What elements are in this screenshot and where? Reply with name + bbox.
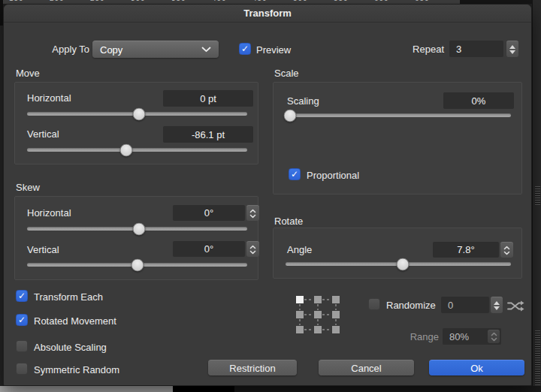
ruler-number: 450 (252, 0, 267, 2)
symmetric-random-label: Symmetric Random (34, 364, 119, 375)
scale-section-title: Scale (274, 68, 299, 79)
shuffle-icon[interactable] (507, 300, 524, 312)
move-section-title: Move (16, 68, 40, 79)
symmetric-random-checkbox[interactable]: ✓ (16, 363, 28, 375)
repeat-stepper[interactable] (506, 41, 518, 57)
move-vertical-slider[interactable] (27, 148, 247, 152)
scaling-value-field[interactable]: 0% (443, 92, 514, 109)
move-horizontal-label: Horizontal (27, 92, 71, 104)
ok-button[interactable]: Ok (429, 360, 524, 375)
apply-to-value: Copy (100, 44, 122, 56)
dialog-titlebar: Transform (4, 5, 531, 23)
transform-each-label: Transform Each (34, 291, 103, 303)
slider-thumb[interactable] (131, 258, 144, 271)
slider-thumb[interactable] (133, 222, 146, 235)
stepper-down-icon (494, 306, 500, 310)
skew-horizontal-value-field[interactable]: 0° (173, 205, 245, 221)
ruler-number: 150 (9, 0, 24, 2)
rotate-panel: Angle 7.8° (273, 228, 522, 279)
move-vertical-label: Vertical (27, 128, 59, 140)
ruler-number: 350 (171, 0, 186, 2)
skew-vertical-label: Vertical (27, 244, 59, 255)
skew-horizontal-label: Horizontal (27, 207, 71, 219)
randomize-checkbox[interactable]: ✓ (368, 298, 380, 310)
ruler-number: 400 (212, 0, 227, 2)
stepper-chevrons-icon (503, 245, 511, 256)
screen: 150 200 250 300 350 400 450 500 550 600 … (0, 0, 541, 392)
randomize-stepper[interactable] (491, 297, 503, 313)
angle-slider[interactable] (286, 262, 511, 266)
cancel-button[interactable]: Cancel (319, 360, 414, 375)
ruler-number: 500 (293, 0, 308, 2)
proportional-label: Proportional (307, 170, 359, 181)
preview-label: Preview (256, 44, 291, 56)
absolute-scaling-checkbox[interactable]: ✓ (16, 340, 28, 352)
ruler-number: 200 (50, 0, 65, 2)
panel-grip (535, 330, 540, 392)
skew-horizontal-slider[interactable] (27, 227, 247, 231)
ruler-number: 650 (415, 0, 430, 2)
skew-horizontal-stepper[interactable] (246, 205, 259, 221)
move-horizontal-slider[interactable] (27, 112, 247, 116)
check-icon: ✓ (18, 315, 26, 324)
ruler-number: 300 (131, 0, 146, 2)
scale-panel: Scaling 0% ✓ Proportional (273, 82, 522, 194)
angle-value-field[interactable]: 7.8° (433, 242, 499, 258)
slider-thumb[interactable] (284, 109, 297, 122)
apply-to-label: Apply To (32, 44, 89, 55)
repeat-input[interactable]: 3 (449, 41, 503, 57)
repeat-label: Repeat (405, 44, 444, 55)
slider-thumb[interactable] (397, 258, 410, 270)
check-icon: ✓ (291, 170, 298, 179)
apply-to-select[interactable]: Copy (92, 41, 219, 58)
stepper-chevrons-icon (249, 244, 257, 255)
skew-vertical-stepper[interactable] (246, 241, 259, 257)
range-stepper[interactable] (488, 330, 500, 343)
angle-stepper[interactable] (500, 242, 513, 258)
chevron-down-icon (201, 47, 211, 53)
preview-checkbox[interactable]: ✓ (239, 43, 251, 55)
skew-vertical-slider[interactable] (27, 263, 247, 267)
stepper-chevrons-icon (490, 331, 498, 342)
check-icon: ✓ (241, 44, 249, 53)
stepper-chevrons-icon (249, 208, 257, 219)
dialog-title: Transform (243, 8, 292, 19)
skew-panel: Horizontal 0° Vertical 0° (14, 196, 258, 280)
move-vertical-value-field[interactable]: -86.1 pt (163, 126, 253, 143)
restriction-button[interactable]: Restriction (208, 360, 297, 375)
angle-label: Angle (287, 244, 312, 255)
scaling-slider[interactable] (286, 113, 511, 117)
move-horizontal-value-field[interactable]: 0 pt (163, 90, 253, 107)
ruler-number: 250 (90, 0, 105, 2)
skew-section-title: Skew (16, 182, 40, 193)
rotated-movement-label: Rotated Movement (34, 315, 116, 327)
absolute-scaling-label: Absolute Scaling (34, 342, 107, 353)
ruler-number: 600 (374, 0, 389, 2)
proportional-checkbox[interactable]: ✓ (289, 168, 301, 180)
move-panel: Horizontal 0 pt Vertical -86.1 pt (14, 82, 258, 164)
background-statusbar-light (0, 386, 173, 392)
panel-grip (535, 186, 540, 206)
stepper-up-icon (494, 301, 500, 305)
randomize-input[interactable]: 0 (441, 297, 489, 313)
slider-thumb[interactable] (133, 107, 146, 120)
check-icon: ✓ (18, 291, 26, 300)
background-statusbar-dark (173, 386, 234, 392)
transform-each-checkbox[interactable]: ✓ (16, 290, 28, 302)
stepper-up-icon (509, 45, 515, 49)
background-right-edge (532, 0, 541, 392)
stepper-down-icon (509, 50, 515, 54)
ruler-number: 550 (334, 0, 349, 2)
randomize-label: Randomize (386, 300, 436, 311)
range-label: Range (383, 331, 439, 342)
scaling-label: Scaling (287, 95, 319, 107)
rotate-section-title: Rotate (274, 216, 303, 227)
background-statusbar (234, 386, 541, 392)
slider-thumb[interactable] (119, 143, 132, 156)
anchor-top-left-selected (296, 296, 304, 303)
anchor-point-selector[interactable] (295, 295, 340, 334)
skew-vertical-value-field[interactable]: 0° (173, 241, 245, 257)
transform-dialog: Transform Apply To Copy ✓ Preview Repeat… (3, 4, 532, 386)
rotated-movement-checkbox[interactable]: ✓ (16, 314, 28, 326)
